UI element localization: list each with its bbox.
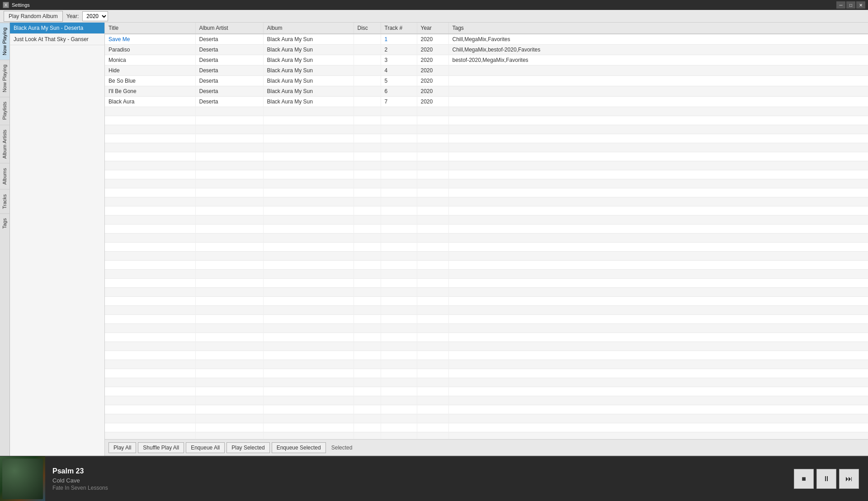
pause-button[interactable]: ⏸ [816,469,836,489]
table-row-empty [105,387,868,396]
track-disc [354,86,381,97]
now-playing-info: Psalm 23 Cold Cave Fate In Seven Lessons [45,462,785,496]
table-row-empty [105,396,868,405]
track-album-artist: Deserta [195,76,263,86]
now-playing-artist: Cold Cave [52,477,778,484]
track-album: Black Aura My Sun [263,86,354,97]
table-row[interactable]: MonicaDesertaBlack Aura My Sun32020besto… [105,55,868,66]
tab-tags[interactable]: Tags [0,213,9,233]
table-row-empty [105,432,868,440]
table-row[interactable]: I'll Be GoneDesertaBlack Aura My Sun6202… [105,86,868,97]
tab-now-playing-2[interactable]: Now Playing [0,60,9,97]
main-layout: Now Playing Now Playing Playlists Album … [0,23,868,456]
track-title: Monica [105,55,195,66]
table-row-empty [105,288,868,297]
table-row-empty [105,225,868,234]
track-number: 7 [381,97,417,107]
col-header-track: Track # [381,23,417,34]
track-album: Black Aura My Sun [263,97,354,107]
table-row-empty [105,125,868,134]
player-controls: ■ ⏸ ⏭ [785,469,868,489]
track-disc [354,34,381,45]
play-random-album-button[interactable]: Play Random Album [4,11,63,22]
table-row-empty [105,152,868,161]
table-row[interactable]: HideDesertaBlack Aura My Sun42020 [105,66,868,76]
table-row-empty [105,261,868,270]
enqueue-all-button[interactable]: Enqueue All [186,442,225,453]
close-button[interactable]: ✕ [856,1,865,9]
col-header-year: Year [417,23,448,34]
track-album-artist: Deserta [195,97,263,107]
album-item[interactable]: Black Aura My Sun - Deserta [10,23,104,34]
table-row-empty [105,206,868,215]
track-year: 2020 [417,66,448,76]
table-row-empty [105,342,868,351]
table-row-empty [105,243,868,252]
track-year: 2020 [417,76,448,86]
track-title: I'll Be Gone [105,86,195,97]
track-title-link[interactable]: Save Me [108,36,130,42]
track-album: Black Aura My Sun [263,45,354,55]
track-tags: Chill,MegaMix,Favorites [448,34,868,45]
track-album: Black Aura My Sun [263,76,354,86]
shuffle-play-all-button[interactable]: Shuffle Play All [138,442,184,453]
window-controls: ─ □ ✕ [836,1,865,9]
track-album: Black Aura My Sun [263,55,354,66]
table-row-empty [105,360,868,369]
year-select[interactable]: 2020 2019 2018 All [82,11,108,21]
table-row-empty [105,414,868,423]
track-table: Title Album Artist Album Disc Track # Ye… [105,23,868,439]
table-row-empty [105,161,868,170]
table-row[interactable]: Be So BlueDesertaBlack Aura My Sun52020 [105,76,868,86]
table-row-empty [105,297,868,306]
table-row-empty [105,324,868,333]
vertical-tab-bar: Now Playing Now Playing Playlists Album … [0,23,10,456]
table-row[interactable]: Black AuraDesertaBlack Aura My Sun72020 [105,97,868,107]
minimize-button[interactable]: ─ [836,1,845,9]
table-row-empty [105,423,868,432]
track-disc [354,76,381,86]
table-row-empty [105,369,868,378]
tab-playlists[interactable]: Playlists [0,97,9,124]
track-number: 2 [381,45,417,55]
table-row-empty [105,378,868,387]
table-row-empty [105,143,868,152]
table-row-empty [105,351,868,360]
track-year: 2020 [417,45,448,55]
stop-button[interactable]: ■ [794,469,814,489]
track-disc [354,55,381,66]
year-label: Year: [66,13,79,19]
play-selected-button[interactable]: Play Selected [226,442,269,453]
col-header-title: Title [105,23,195,34]
tab-albums[interactable]: Albums [0,163,9,189]
enqueue-selected-button[interactable]: Enqueue Selected [272,442,326,453]
track-album: Black Aura My Sun [263,34,354,45]
tab-album-artists[interactable]: Album Artists [0,125,9,163]
track-tags [448,66,868,76]
selected-status: Selected [331,445,353,451]
track-number: 1 [381,34,417,45]
tab-tracks[interactable]: Tracks [0,189,9,214]
table-row-empty [105,252,868,261]
right-content: Title Album Artist Album Disc Track # Ye… [105,23,868,456]
table-row[interactable]: Save MeDesertaBlack Aura My Sun12020Chil… [105,34,868,45]
table-row-empty [105,116,868,125]
album-item[interactable]: Just Look At That Sky - Ganser [10,34,104,45]
maximize-button[interactable]: □ [846,1,855,9]
track-tags: bestof-2020,MegaMix,Favorites [448,55,868,66]
track-tags: Chill,MegaMix,bestof-2020,Favorites [448,45,868,55]
col-header-album-artist: Album Artist [195,23,263,34]
track-title: Hide [105,66,195,76]
now-playing-album: Fate In Seven Lessons [52,485,778,491]
tab-now-playing[interactable]: Now Playing [0,23,9,60]
next-button[interactable]: ⏭ [839,469,859,489]
table-row-empty [105,333,868,342]
table-row-empty [105,170,868,179]
track-tags [448,86,868,97]
table-row-empty [105,188,868,197]
play-all-button[interactable]: Play All [108,442,136,453]
table-row-empty [105,179,868,188]
table-row[interactable]: ParadisoDesertaBlack Aura My Sun22020Chi… [105,45,868,55]
track-disc [354,97,381,107]
album-art [0,456,45,501]
